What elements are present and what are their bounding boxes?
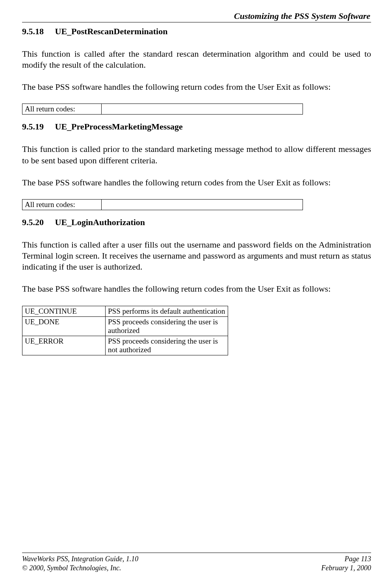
body-paragraph: The base PSS software handles the follow… [22,177,371,188]
return-codes-table: All return codes: [22,104,303,115]
header-divider [22,22,371,22]
return-desc-cell: PSS proceeds considering the user is not… [106,336,228,355]
section-heading-9-5-19: 9.5.19 UE_PreProcessMarketingMessage [22,122,371,132]
section-title: UE_LoginAuthorization [55,217,145,227]
return-code-cell: UE_ERROR [22,336,106,355]
page-footer: WaveWorks PSS, Integration Guide, 1.10 P… [22,553,371,572]
return-code-cell: All return codes: [22,104,102,115]
return-codes-table: UE_CONTINUE PSS performs its default aut… [22,306,228,355]
return-code-cell: UE_CONTINUE [22,306,106,316]
page-header-title: Customizing the PSS System Software [22,11,371,21]
table-row: UE_ERROR PSS proceeds considering the us… [22,336,228,355]
footer-divider [22,553,371,553]
body-paragraph: The base PSS software handles the follow… [22,283,371,294]
return-desc-cell: PSS proceeds considering the user is aut… [106,316,228,336]
return-desc-cell [102,104,303,115]
body-paragraph: This function is called after a user fil… [22,239,371,272]
section-title: UE_PostRescanDetermination [55,26,168,36]
table-row: All return codes: [22,199,303,210]
section-number: 9.5.19 [22,122,53,132]
body-paragraph: This function is called after the standa… [22,48,371,70]
section-heading-9-5-18: 9.5.18 UE_PostRescanDetermination [22,26,371,37]
footer-copyright: © 2000, Symbol Technologies, Inc. [22,564,121,573]
footer-page-number: Page 113 [345,555,371,564]
footer-doc-title: WaveWorks PSS, Integration Guide, 1.10 [22,555,138,564]
section-number: 9.5.20 [22,217,53,227]
table-row: All return codes: [22,104,303,115]
section-number: 9.5.18 [22,26,53,37]
body-paragraph: The base PSS software handles the follow… [22,81,371,92]
section-heading-9-5-20: 9.5.20 UE_LoginAuthorization [22,217,371,227]
return-code-cell: UE_DONE [22,316,106,336]
return-code-cell: All return codes: [22,199,102,210]
footer-date: February 1, 2000 [321,564,371,573]
return-codes-table: All return codes: [22,199,303,210]
return-desc-cell: PSS performs its default authentication [106,306,228,316]
table-row: UE_CONTINUE PSS performs its default aut… [22,306,228,316]
table-row: UE_DONE PSS proceeds considering the use… [22,316,228,336]
body-paragraph: This function is called prior to the sta… [22,144,371,166]
section-title: UE_PreProcessMarketingMessage [55,122,183,131]
return-desc-cell [102,199,303,210]
